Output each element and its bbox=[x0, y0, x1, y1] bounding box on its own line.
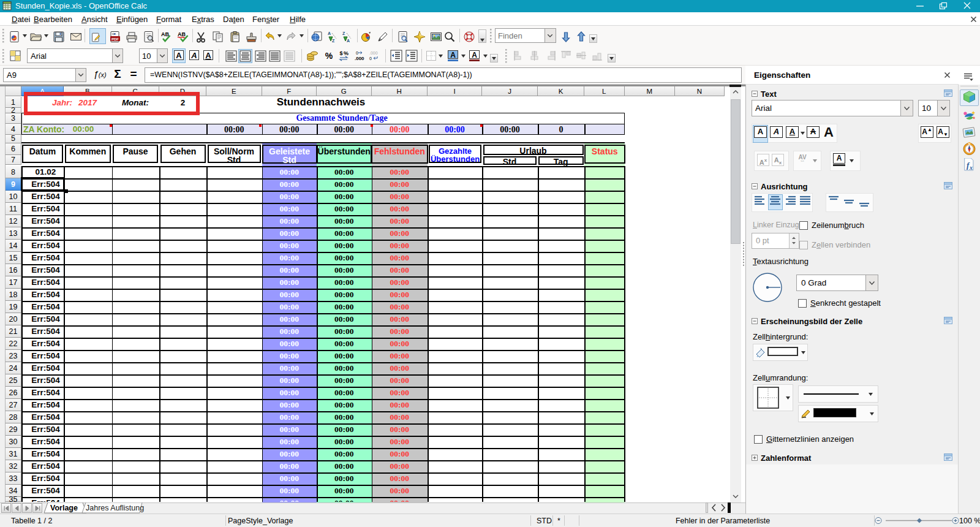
svg-text:A: A bbox=[347, 39, 350, 43]
svg-text:0: 0 bbox=[369, 56, 372, 61]
svg-text:N: N bbox=[968, 143, 970, 146]
svg-text:PDF: PDF bbox=[111, 37, 119, 41]
svg-text:%: % bbox=[325, 51, 333, 61]
svg-text:.000: .000 bbox=[355, 56, 364, 61]
svg-text:x: x bbox=[969, 164, 973, 171]
svg-text:A: A bbox=[328, 31, 331, 36]
svg-text:$: $ bbox=[339, 50, 342, 56]
svg-text:0: 0 bbox=[356, 51, 358, 55]
svg-text:Z: Z bbox=[332, 39, 335, 43]
svg-text:Z: Z bbox=[342, 31, 345, 36]
svg-text:AB: AB bbox=[178, 31, 186, 37]
svg-text:.000: .000 bbox=[369, 51, 378, 55]
svg-text:%: % bbox=[344, 50, 349, 56]
